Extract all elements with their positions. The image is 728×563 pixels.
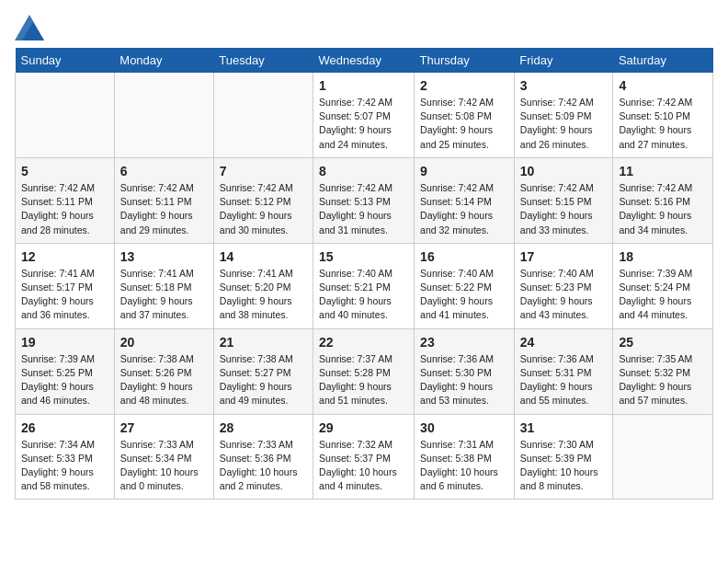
calendar-header-row: SundayMondayTuesdayWednesdayThursdayFrid… bbox=[16, 48, 713, 73]
calendar-cell bbox=[213, 73, 313, 157]
day-info: Sunrise: 7:40 AM Sunset: 5:22 PM Dayligh… bbox=[420, 267, 508, 323]
day-number: 20 bbox=[120, 335, 208, 350]
calendar-cell: 7Sunrise: 7:42 AM Sunset: 5:12 PM Daylig… bbox=[213, 157, 313, 243]
day-number: 7 bbox=[220, 164, 307, 178]
day-info: Sunrise: 7:41 AM Sunset: 5:20 PM Dayligh… bbox=[220, 267, 307, 323]
day-info: Sunrise: 7:41 AM Sunset: 5:18 PM Dayligh… bbox=[120, 267, 208, 323]
calendar-week-5: 26Sunrise: 7:34 AM Sunset: 5:33 PM Dayli… bbox=[16, 414, 713, 500]
calendar-cell: 12Sunrise: 7:41 AM Sunset: 5:17 PM Dayli… bbox=[16, 243, 115, 328]
header-saturday: Saturday bbox=[613, 48, 713, 73]
day-info: Sunrise: 7:35 AM Sunset: 5:32 PM Dayligh… bbox=[619, 352, 707, 408]
day-number: 5 bbox=[21, 164, 108, 178]
header-wednesday: Wednesday bbox=[313, 48, 415, 73]
calendar-cell: 23Sunrise: 7:36 AM Sunset: 5:30 PM Dayli… bbox=[415, 328, 515, 414]
calendar-cell: 8Sunrise: 7:42 AM Sunset: 5:13 PM Daylig… bbox=[313, 157, 415, 243]
day-number: 4 bbox=[619, 78, 707, 93]
calendar-cell: 29Sunrise: 7:32 AM Sunset: 5:37 PM Dayli… bbox=[313, 414, 415, 500]
calendar-cell: 30Sunrise: 7:31 AM Sunset: 5:38 PM Dayli… bbox=[415, 414, 515, 500]
day-info: Sunrise: 7:38 AM Sunset: 5:26 PM Dayligh… bbox=[120, 352, 208, 408]
day-number: 18 bbox=[619, 249, 707, 264]
day-number: 29 bbox=[319, 420, 408, 435]
calendar-cell: 25Sunrise: 7:35 AM Sunset: 5:32 PM Dayli… bbox=[613, 328, 713, 414]
day-info: Sunrise: 7:34 AM Sunset: 5:33 PM Dayligh… bbox=[21, 438, 108, 494]
calendar-week-4: 19Sunrise: 7:39 AM Sunset: 5:25 PM Dayli… bbox=[16, 328, 713, 414]
day-number: 9 bbox=[420, 164, 508, 178]
calendar-cell: 28Sunrise: 7:33 AM Sunset: 5:36 PM Dayli… bbox=[213, 414, 313, 500]
day-info: Sunrise: 7:36 AM Sunset: 5:30 PM Dayligh… bbox=[420, 352, 508, 408]
day-info: Sunrise: 7:42 AM Sunset: 5:14 PM Dayligh… bbox=[420, 181, 508, 237]
day-number: 15 bbox=[319, 249, 408, 264]
day-number: 17 bbox=[520, 249, 608, 264]
day-info: Sunrise: 7:42 AM Sunset: 5:07 PM Dayligh… bbox=[319, 96, 408, 152]
calendar-cell: 18Sunrise: 7:39 AM Sunset: 5:24 PM Dayli… bbox=[613, 243, 713, 328]
day-number: 30 bbox=[420, 420, 508, 435]
day-number: 24 bbox=[520, 335, 608, 350]
calendar-cell: 16Sunrise: 7:40 AM Sunset: 5:22 PM Dayli… bbox=[415, 243, 515, 328]
calendar-cell: 24Sunrise: 7:36 AM Sunset: 5:31 PM Dayli… bbox=[514, 328, 613, 414]
calendar-cell: 1Sunrise: 7:42 AM Sunset: 5:07 PM Daylig… bbox=[313, 73, 415, 157]
logo-icon bbox=[15, 15, 42, 37]
logo bbox=[15, 15, 44, 37]
day-info: Sunrise: 7:30 AM Sunset: 5:39 PM Dayligh… bbox=[520, 438, 608, 494]
day-number: 10 bbox=[520, 164, 608, 178]
day-info: Sunrise: 7:42 AM Sunset: 5:08 PM Dayligh… bbox=[420, 96, 508, 152]
day-info: Sunrise: 7:42 AM Sunset: 5:16 PM Dayligh… bbox=[619, 181, 707, 237]
day-number: 31 bbox=[520, 420, 608, 435]
day-info: Sunrise: 7:42 AM Sunset: 5:12 PM Dayligh… bbox=[220, 181, 307, 237]
day-info: Sunrise: 7:33 AM Sunset: 5:34 PM Dayligh… bbox=[120, 438, 208, 494]
calendar-cell: 13Sunrise: 7:41 AM Sunset: 5:18 PM Dayli… bbox=[114, 243, 213, 328]
calendar-cell bbox=[16, 73, 115, 157]
day-number: 21 bbox=[220, 335, 307, 350]
calendar-cell: 11Sunrise: 7:42 AM Sunset: 5:16 PM Dayli… bbox=[613, 157, 713, 243]
calendar-cell: 31Sunrise: 7:30 AM Sunset: 5:39 PM Dayli… bbox=[514, 414, 613, 500]
calendar-cell: 6Sunrise: 7:42 AM Sunset: 5:11 PM Daylig… bbox=[114, 157, 213, 243]
calendar-cell: 19Sunrise: 7:39 AM Sunset: 5:25 PM Dayli… bbox=[16, 328, 115, 414]
day-number: 23 bbox=[420, 335, 508, 350]
calendar-cell: 14Sunrise: 7:41 AM Sunset: 5:20 PM Dayli… bbox=[213, 243, 313, 328]
calendar-cell: 20Sunrise: 7:38 AM Sunset: 5:26 PM Dayli… bbox=[114, 328, 213, 414]
calendar-cell: 27Sunrise: 7:33 AM Sunset: 5:34 PM Dayli… bbox=[114, 414, 213, 500]
day-info: Sunrise: 7:38 AM Sunset: 5:27 PM Dayligh… bbox=[220, 352, 307, 408]
day-number: 19 bbox=[21, 335, 108, 350]
calendar-cell bbox=[114, 73, 213, 157]
day-info: Sunrise: 7:42 AM Sunset: 5:13 PM Dayligh… bbox=[319, 181, 408, 237]
day-number: 13 bbox=[120, 249, 208, 264]
day-info: Sunrise: 7:42 AM Sunset: 5:11 PM Dayligh… bbox=[21, 181, 108, 237]
day-info: Sunrise: 7:32 AM Sunset: 5:37 PM Dayligh… bbox=[319, 438, 408, 494]
day-number: 28 bbox=[220, 420, 307, 435]
day-info: Sunrise: 7:42 AM Sunset: 5:09 PM Dayligh… bbox=[520, 96, 608, 152]
day-number: 26 bbox=[21, 420, 108, 435]
header-thursday: Thursday bbox=[415, 48, 515, 73]
day-number: 25 bbox=[619, 335, 707, 350]
calendar-week-3: 12Sunrise: 7:41 AM Sunset: 5:17 PM Dayli… bbox=[16, 243, 713, 328]
calendar-cell: 17Sunrise: 7:40 AM Sunset: 5:23 PM Dayli… bbox=[514, 243, 613, 328]
calendar-cell bbox=[613, 414, 713, 500]
day-number: 8 bbox=[319, 164, 408, 178]
calendar-week-2: 5Sunrise: 7:42 AM Sunset: 5:11 PM Daylig… bbox=[16, 157, 713, 243]
calendar-cell: 3Sunrise: 7:42 AM Sunset: 5:09 PM Daylig… bbox=[514, 73, 613, 157]
calendar-cell: 21Sunrise: 7:38 AM Sunset: 5:27 PM Dayli… bbox=[213, 328, 313, 414]
day-info: Sunrise: 7:42 AM Sunset: 5:15 PM Dayligh… bbox=[520, 181, 608, 237]
day-number: 14 bbox=[220, 249, 307, 264]
calendar-cell: 26Sunrise: 7:34 AM Sunset: 5:33 PM Dayli… bbox=[16, 414, 115, 500]
calendar-cell: 15Sunrise: 7:40 AM Sunset: 5:21 PM Dayli… bbox=[313, 243, 415, 328]
day-info: Sunrise: 7:39 AM Sunset: 5:24 PM Dayligh… bbox=[619, 267, 707, 323]
calendar-week-1: 1Sunrise: 7:42 AM Sunset: 5:07 PM Daylig… bbox=[16, 73, 713, 157]
calendar-table: SundayMondayTuesdayWednesdayThursdayFrid… bbox=[15, 48, 713, 500]
calendar-cell: 22Sunrise: 7:37 AM Sunset: 5:28 PM Dayli… bbox=[313, 328, 415, 414]
day-info: Sunrise: 7:42 AM Sunset: 5:10 PM Dayligh… bbox=[619, 96, 707, 152]
day-number: 11 bbox=[619, 164, 707, 178]
day-info: Sunrise: 7:33 AM Sunset: 5:36 PM Dayligh… bbox=[220, 438, 307, 494]
day-number: 1 bbox=[319, 78, 408, 93]
day-info: Sunrise: 7:39 AM Sunset: 5:25 PM Dayligh… bbox=[21, 352, 108, 408]
day-info: Sunrise: 7:36 AM Sunset: 5:31 PM Dayligh… bbox=[520, 352, 608, 408]
day-number: 3 bbox=[520, 78, 608, 93]
day-info: Sunrise: 7:40 AM Sunset: 5:23 PM Dayligh… bbox=[520, 267, 608, 323]
header-tuesday: Tuesday bbox=[213, 48, 313, 73]
day-number: 16 bbox=[420, 249, 508, 264]
day-info: Sunrise: 7:41 AM Sunset: 5:17 PM Dayligh… bbox=[21, 267, 108, 323]
header-monday: Monday bbox=[114, 48, 213, 73]
page-header bbox=[15, 15, 713, 37]
day-info: Sunrise: 7:37 AM Sunset: 5:28 PM Dayligh… bbox=[319, 352, 408, 408]
day-info: Sunrise: 7:42 AM Sunset: 5:11 PM Dayligh… bbox=[120, 181, 208, 237]
